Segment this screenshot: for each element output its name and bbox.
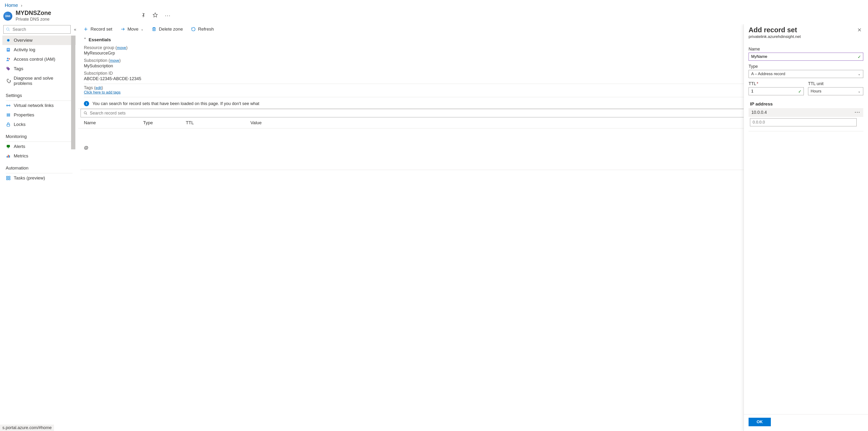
col-ttl[interactable]: TTL: [186, 120, 226, 125]
nav-alerts[interactable]: Alerts: [2, 142, 76, 151]
panel-subtitle: privatelink.azurehdinsight.net: [749, 34, 856, 39]
ttl-unit-label: TTL unit: [808, 81, 863, 86]
svg-rect-7: [7, 50, 9, 50]
required-asterisk: *: [756, 81, 758, 86]
svg-rect-30: [153, 28, 155, 31]
svg-point-1: [6, 28, 9, 30]
alerts-icon: [6, 144, 11, 149]
name-field[interactable]: [749, 53, 863, 60]
svg-rect-21: [8, 155, 8, 158]
close-button[interactable]: [856, 26, 863, 35]
activity-log-icon: [6, 48, 11, 52]
svg-point-12: [7, 105, 8, 106]
ip-row-more-button[interactable]: ···: [855, 110, 860, 115]
nav-diagnose[interactable]: Diagnose and solve problems: [2, 73, 76, 88]
svg-point-13: [9, 105, 10, 106]
tags-icon: [6, 66, 11, 71]
svg-rect-26: [9, 179, 10, 180]
arrow-right-icon: [120, 27, 125, 32]
nav-tags-label: Tags: [14, 66, 23, 71]
diagnose-icon: [6, 79, 11, 83]
svg-rect-17: [7, 124, 10, 126]
dns-zone-icon: DNS: [3, 11, 12, 21]
scrollbar[interactable]: [71, 36, 75, 149]
col-type[interactable]: Type: [143, 120, 186, 125]
svg-rect-19: [8, 148, 9, 148]
refresh-button[interactable]: Refresh: [189, 26, 216, 33]
col-value[interactable]: Value: [226, 120, 261, 125]
search-icon: [84, 111, 87, 115]
type-select-value: A – Address record: [751, 71, 785, 76]
search-icon: [6, 27, 10, 32]
resource-group-label-close: ): [126, 45, 127, 50]
svg-rect-25: [7, 179, 8, 180]
nav-properties[interactable]: Properties: [2, 110, 76, 120]
svg-rect-6: [7, 49, 9, 49]
nav-locks[interactable]: Locks: [2, 120, 76, 129]
nav-tasks[interactable]: Tasks (preview): [2, 173, 76, 183]
nav-metrics[interactable]: Metrics: [2, 151, 76, 161]
nav-alerts-label: Alerts: [14, 144, 25, 149]
nav-vnet-links[interactable]: Virtual network links: [2, 101, 76, 110]
move-label: Move: [127, 27, 138, 32]
svg-marker-0: [153, 13, 157, 17]
nav-tags[interactable]: Tags: [2, 64, 76, 73]
favorite-button[interactable]: [152, 11, 159, 20]
type-field-label: Type: [749, 64, 863, 69]
trash-icon: [152, 27, 156, 32]
nav-activity-log[interactable]: Activity log: [2, 45, 76, 55]
add-tags-link[interactable]: Click here to add tags: [84, 90, 121, 94]
ttl-unit-select[interactable]: Hours ⌄: [808, 87, 863, 95]
access-control-icon: [6, 57, 11, 62]
left-search-box[interactable]: [3, 25, 71, 34]
tags-edit-link[interactable]: edit: [95, 86, 102, 90]
subscription-move-link[interactable]: move: [110, 59, 119, 63]
svg-point-9: [9, 58, 10, 60]
chevron-up-icon: ˄: [84, 37, 86, 42]
locks-icon: [6, 122, 11, 127]
svg-point-4: [7, 39, 9, 41]
ip-row[interactable]: 10.0.0.4 ···: [749, 108, 863, 117]
tags-label-close: ): [102, 85, 103, 90]
nav-overview-label: Overview: [14, 38, 32, 43]
more-button[interactable]: ···: [164, 11, 172, 20]
tags-label: Tags (: [84, 85, 95, 90]
nav-diagnose-label: Diagnose and solve problems: [14, 75, 72, 86]
name-field-label: Name: [749, 47, 863, 52]
col-name[interactable]: Name: [84, 120, 143, 125]
ttl-field-label: TTL*: [749, 81, 804, 86]
move-button[interactable]: Move ⌄: [119, 26, 146, 33]
svg-rect-20: [7, 156, 7, 158]
vnet-links-icon: [6, 103, 11, 108]
delete-zone-label: Delete zone: [159, 27, 183, 32]
nav-overview[interactable]: Overview: [2, 36, 76, 45]
nav-access-control[interactable]: Access control (IAM): [2, 55, 76, 64]
ok-button[interactable]: OK: [749, 418, 771, 426]
svg-rect-22: [9, 156, 10, 158]
nav-group-settings: Settings: [2, 88, 76, 99]
panel-title: Add record set: [749, 26, 856, 34]
nav-access-control-label: Access control (IAM): [14, 57, 55, 62]
close-icon: [857, 28, 862, 32]
subscription-label: Subscription (: [84, 58, 110, 63]
pin-button[interactable]: [140, 11, 147, 20]
left-nav: « Overview Activity log Access control (…: [0, 24, 76, 431]
overview-icon: [6, 38, 11, 43]
left-search-input[interactable]: [12, 27, 68, 32]
svg-rect-16: [9, 113, 10, 116]
nav-group-monitoring: Monitoring: [2, 129, 76, 140]
delete-zone-button[interactable]: Delete zone: [150, 26, 185, 33]
resource-title: MYDNSZone: [16, 9, 51, 17]
nav-properties-label: Properties: [14, 112, 34, 118]
breadcrumb-home[interactable]: Home: [5, 2, 18, 8]
add-record-set-label: Record set: [91, 27, 112, 32]
pin-icon: [141, 12, 146, 17]
resource-group-move-link[interactable]: move: [117, 46, 126, 50]
tasks-icon: [6, 176, 11, 180]
type-select[interactable]: A – Address record ⌄: [749, 70, 863, 78]
add-record-set-button[interactable]: Record set: [82, 26, 114, 33]
ttl-field[interactable]: [749, 88, 804, 95]
ip-input[interactable]: [750, 118, 857, 126]
nav-vnet-links-label: Virtual network links: [14, 103, 54, 108]
star-icon: [153, 12, 158, 18]
